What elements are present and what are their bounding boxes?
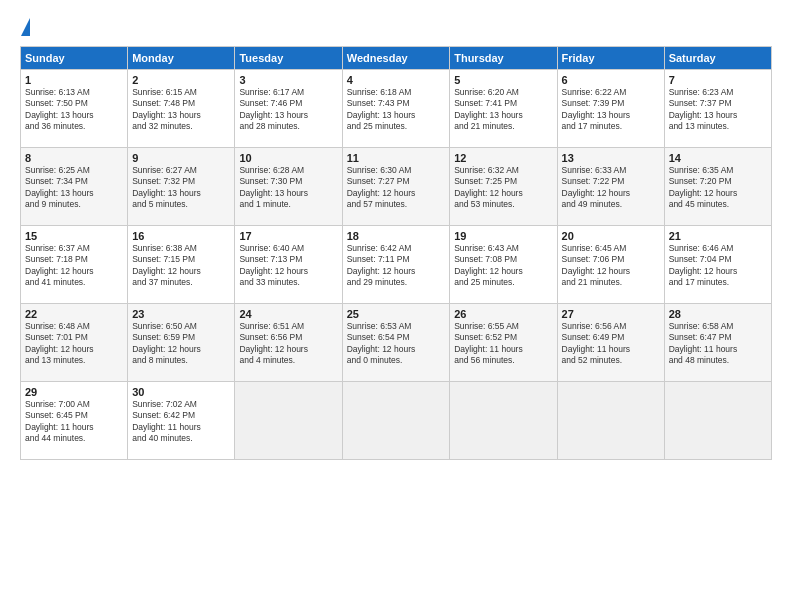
table-row: 28Sunrise: 6:58 AM Sunset: 6:47 PM Dayli… [664, 304, 771, 382]
table-row: 20Sunrise: 6:45 AM Sunset: 7:06 PM Dayli… [557, 226, 664, 304]
header [20, 18, 772, 36]
table-row: 11Sunrise: 6:30 AM Sunset: 7:27 PM Dayli… [342, 148, 449, 226]
week-row-5: 29Sunrise: 7:00 AM Sunset: 6:45 PM Dayli… [21, 382, 772, 460]
day-number: 17 [239, 230, 337, 242]
day-info: Sunrise: 6:37 AM Sunset: 7:18 PM Dayligh… [25, 243, 123, 289]
table-row [664, 382, 771, 460]
calendar-header: Sunday Monday Tuesday Wednesday Thursday… [21, 47, 772, 70]
day-info: Sunrise: 6:58 AM Sunset: 6:47 PM Dayligh… [669, 321, 767, 367]
table-row [557, 382, 664, 460]
table-row: 13Sunrise: 6:33 AM Sunset: 7:22 PM Dayli… [557, 148, 664, 226]
day-info: Sunrise: 7:02 AM Sunset: 6:42 PM Dayligh… [132, 399, 230, 445]
table-row: 23Sunrise: 6:50 AM Sunset: 6:59 PM Dayli… [128, 304, 235, 382]
day-number: 2 [132, 74, 230, 86]
col-wednesday: Wednesday [342, 47, 449, 70]
day-number: 23 [132, 308, 230, 320]
table-row: 26Sunrise: 6:55 AM Sunset: 6:52 PM Dayli… [450, 304, 557, 382]
day-info: Sunrise: 6:42 AM Sunset: 7:11 PM Dayligh… [347, 243, 445, 289]
day-number: 12 [454, 152, 552, 164]
day-info: Sunrise: 6:22 AM Sunset: 7:39 PM Dayligh… [562, 87, 660, 133]
day-number: 25 [347, 308, 445, 320]
table-row: 6Sunrise: 6:22 AM Sunset: 7:39 PM Daylig… [557, 70, 664, 148]
table-row [450, 382, 557, 460]
day-info: Sunrise: 6:55 AM Sunset: 6:52 PM Dayligh… [454, 321, 552, 367]
table-row: 24Sunrise: 6:51 AM Sunset: 6:56 PM Dayli… [235, 304, 342, 382]
col-monday: Monday [128, 47, 235, 70]
calendar: Sunday Monday Tuesday Wednesday Thursday… [20, 46, 772, 460]
table-row: 1Sunrise: 6:13 AM Sunset: 7:50 PM Daylig… [21, 70, 128, 148]
table-row: 22Sunrise: 6:48 AM Sunset: 7:01 PM Dayli… [21, 304, 128, 382]
day-number: 9 [132, 152, 230, 164]
table-row: 8Sunrise: 6:25 AM Sunset: 7:34 PM Daylig… [21, 148, 128, 226]
week-row-2: 8Sunrise: 6:25 AM Sunset: 7:34 PM Daylig… [21, 148, 772, 226]
table-row: 10Sunrise: 6:28 AM Sunset: 7:30 PM Dayli… [235, 148, 342, 226]
table-row: 15Sunrise: 6:37 AM Sunset: 7:18 PM Dayli… [21, 226, 128, 304]
table-row: 25Sunrise: 6:53 AM Sunset: 6:54 PM Dayli… [342, 304, 449, 382]
page: Sunday Monday Tuesday Wednesday Thursday… [0, 0, 792, 612]
day-number: 27 [562, 308, 660, 320]
day-number: 22 [25, 308, 123, 320]
day-number: 4 [347, 74, 445, 86]
day-info: Sunrise: 6:17 AM Sunset: 7:46 PM Dayligh… [239, 87, 337, 133]
day-info: Sunrise: 6:15 AM Sunset: 7:48 PM Dayligh… [132, 87, 230, 133]
day-info: Sunrise: 6:48 AM Sunset: 7:01 PM Dayligh… [25, 321, 123, 367]
day-info: Sunrise: 6:18 AM Sunset: 7:43 PM Dayligh… [347, 87, 445, 133]
table-row: 4Sunrise: 6:18 AM Sunset: 7:43 PM Daylig… [342, 70, 449, 148]
table-row: 19Sunrise: 6:43 AM Sunset: 7:08 PM Dayli… [450, 226, 557, 304]
day-info: Sunrise: 6:40 AM Sunset: 7:13 PM Dayligh… [239, 243, 337, 289]
table-row [342, 382, 449, 460]
week-row-4: 22Sunrise: 6:48 AM Sunset: 7:01 PM Dayli… [21, 304, 772, 382]
day-info: Sunrise: 7:00 AM Sunset: 6:45 PM Dayligh… [25, 399, 123, 445]
day-number: 24 [239, 308, 337, 320]
col-thursday: Thursday [450, 47, 557, 70]
day-number: 5 [454, 74, 552, 86]
day-info: Sunrise: 6:20 AM Sunset: 7:41 PM Dayligh… [454, 87, 552, 133]
day-number: 18 [347, 230, 445, 242]
day-info: Sunrise: 6:53 AM Sunset: 6:54 PM Dayligh… [347, 321, 445, 367]
table-row: 9Sunrise: 6:27 AM Sunset: 7:32 PM Daylig… [128, 148, 235, 226]
day-number: 16 [132, 230, 230, 242]
day-info: Sunrise: 6:32 AM Sunset: 7:25 PM Dayligh… [454, 165, 552, 211]
table-row: 16Sunrise: 6:38 AM Sunset: 7:15 PM Dayli… [128, 226, 235, 304]
logo [20, 18, 30, 36]
day-info: Sunrise: 6:46 AM Sunset: 7:04 PM Dayligh… [669, 243, 767, 289]
table-row: 2Sunrise: 6:15 AM Sunset: 7:48 PM Daylig… [128, 70, 235, 148]
col-sunday: Sunday [21, 47, 128, 70]
table-row: 21Sunrise: 6:46 AM Sunset: 7:04 PM Dayli… [664, 226, 771, 304]
day-info: Sunrise: 6:56 AM Sunset: 6:49 PM Dayligh… [562, 321, 660, 367]
day-info: Sunrise: 6:27 AM Sunset: 7:32 PM Dayligh… [132, 165, 230, 211]
header-row: Sunday Monday Tuesday Wednesday Thursday… [21, 47, 772, 70]
day-number: 29 [25, 386, 123, 398]
day-info: Sunrise: 6:51 AM Sunset: 6:56 PM Dayligh… [239, 321, 337, 367]
day-number: 6 [562, 74, 660, 86]
col-saturday: Saturday [664, 47, 771, 70]
day-number: 21 [669, 230, 767, 242]
day-info: Sunrise: 6:30 AM Sunset: 7:27 PM Dayligh… [347, 165, 445, 211]
table-row: 27Sunrise: 6:56 AM Sunset: 6:49 PM Dayli… [557, 304, 664, 382]
day-info: Sunrise: 6:45 AM Sunset: 7:06 PM Dayligh… [562, 243, 660, 289]
col-friday: Friday [557, 47, 664, 70]
table-row [235, 382, 342, 460]
day-info: Sunrise: 6:43 AM Sunset: 7:08 PM Dayligh… [454, 243, 552, 289]
logo-triangle-icon [21, 18, 30, 36]
day-number: 3 [239, 74, 337, 86]
day-number: 8 [25, 152, 123, 164]
table-row: 29Sunrise: 7:00 AM Sunset: 6:45 PM Dayli… [21, 382, 128, 460]
table-row: 7Sunrise: 6:23 AM Sunset: 7:37 PM Daylig… [664, 70, 771, 148]
day-info: Sunrise: 6:13 AM Sunset: 7:50 PM Dayligh… [25, 87, 123, 133]
day-number: 13 [562, 152, 660, 164]
day-info: Sunrise: 6:50 AM Sunset: 6:59 PM Dayligh… [132, 321, 230, 367]
day-number: 20 [562, 230, 660, 242]
day-number: 19 [454, 230, 552, 242]
day-number: 11 [347, 152, 445, 164]
day-info: Sunrise: 6:35 AM Sunset: 7:20 PM Dayligh… [669, 165, 767, 211]
day-number: 28 [669, 308, 767, 320]
table-row: 5Sunrise: 6:20 AM Sunset: 7:41 PM Daylig… [450, 70, 557, 148]
day-number: 7 [669, 74, 767, 86]
day-info: Sunrise: 6:25 AM Sunset: 7:34 PM Dayligh… [25, 165, 123, 211]
table-row: 12Sunrise: 6:32 AM Sunset: 7:25 PM Dayli… [450, 148, 557, 226]
col-tuesday: Tuesday [235, 47, 342, 70]
week-row-3: 15Sunrise: 6:37 AM Sunset: 7:18 PM Dayli… [21, 226, 772, 304]
week-row-1: 1Sunrise: 6:13 AM Sunset: 7:50 PM Daylig… [21, 70, 772, 148]
day-number: 10 [239, 152, 337, 164]
